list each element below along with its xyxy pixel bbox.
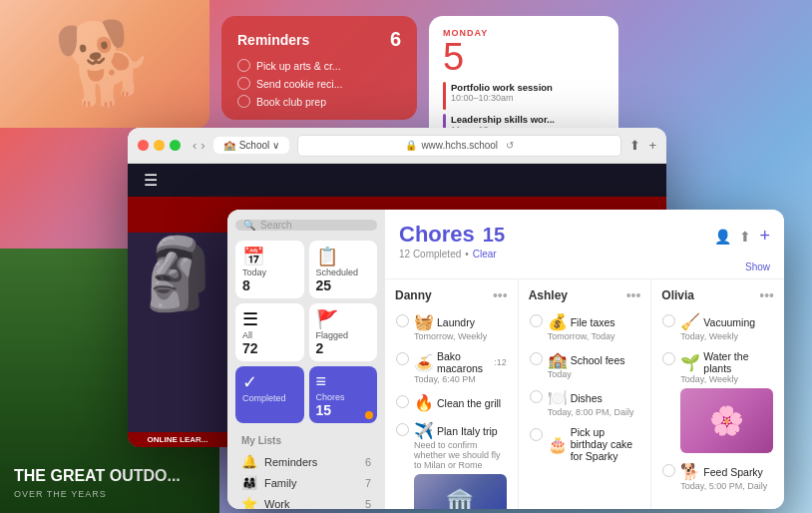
task-plants[interactable]: 🌱 Water the plants Today, Weekly 🌸 xyxy=(659,347,776,456)
list-item-reminders[interactable]: 🔔 Reminders 6 xyxy=(227,451,385,472)
task-check-bako[interactable] xyxy=(396,352,409,365)
task-dishes[interactable]: 🍽️ Dishes Today, 8:00 PM, Daily xyxy=(527,385,643,420)
all-count: 72 xyxy=(242,340,297,356)
plants-title: Water the plants xyxy=(703,350,773,374)
completed-label: Completed xyxy=(242,393,297,403)
hamburger-icon[interactable]: ☰ xyxy=(144,171,158,190)
ashley-name: Ashley xyxy=(529,288,568,302)
flagged-count: 2 xyxy=(316,340,371,356)
task-check-sparky[interactable] xyxy=(662,464,675,477)
add-tab-icon[interactable]: + xyxy=(648,138,656,153)
smart-list-all[interactable]: ☰ All 72 xyxy=(235,303,304,361)
main-header: Chores 15 12 Completed • Clear 👤 ⬆ + Sh xyxy=(385,210,784,279)
list-item-work[interactable]: ⭐ Work 5 xyxy=(227,493,385,509)
list-item-family[interactable]: 👨‍👩‍👧 Family 7 xyxy=(227,472,385,493)
smart-list-scheduled[interactable]: 📋 Scheduled 25 xyxy=(309,241,378,298)
maximize-dot[interactable] xyxy=(170,140,181,151)
task-check-birthday[interactable] xyxy=(530,428,543,441)
task-check-grill[interactable] xyxy=(396,395,409,408)
task-columns: Danny ••• 🧺 Laundry Tomorrow, Weekly xyxy=(385,279,784,509)
danny-dots[interactable]: ••• xyxy=(493,287,508,303)
task-check-laundry[interactable] xyxy=(396,314,409,327)
task-taxes[interactable]: 💰 File taxes Tomorrow, Today xyxy=(527,309,643,344)
task-check-dishes[interactable] xyxy=(530,390,543,403)
cal-event-1-title: Portfolio work session xyxy=(451,82,553,93)
task-check-italy[interactable] xyxy=(396,423,409,436)
app-main-content: Chores 15 12 Completed • Clear 👤 ⬆ + Sh xyxy=(385,210,784,509)
smart-list-completed[interactable]: ✓ Completed xyxy=(235,366,304,423)
ashley-dots[interactable]: ••• xyxy=(626,287,641,303)
reminder-item-2: Send cookie reci... xyxy=(237,77,401,90)
column-olivia: Olivia ••• 🧹 Vacuuming Today, Weekly xyxy=(651,279,784,509)
plants-sub: Today, Weekly xyxy=(680,374,773,384)
italy-sub: Need to confirm whether we should fly to… xyxy=(414,440,507,470)
task-bako[interactable]: 🍝 Bako macarons :12 Today, 6:40 PM xyxy=(393,347,510,387)
smart-list-today[interactable]: 📅 Today 8 xyxy=(235,241,304,298)
column-danny: Danny ••• 🧺 Laundry Tomorrow, Weekly xyxy=(385,279,519,509)
cal-day-number: 5 xyxy=(443,38,605,76)
grill-icon: 🔥 xyxy=(414,393,434,412)
vacuuming-sub: Today, Weekly xyxy=(680,331,755,341)
back-button[interactable]: ‹ xyxy=(193,138,197,153)
reminder-text-1: Pick up arts & cr... xyxy=(256,60,341,72)
scheduled-label: Scheduled xyxy=(316,267,371,277)
address-bar[interactable]: 🔒 www.hchs.school ↺ xyxy=(297,135,621,157)
taxes-title: File taxes xyxy=(571,316,615,328)
today-count: 8 xyxy=(242,277,297,293)
forward-button[interactable]: › xyxy=(201,138,204,153)
task-fees[interactable]: 🏫 School fees Today xyxy=(527,347,643,382)
cal-event-1: Portfolio work session 10:00–10:30am xyxy=(443,82,605,110)
task-laundry[interactable]: 🧺 Laundry Tomorrow, Weekly xyxy=(393,309,510,344)
task-check-fees[interactable] xyxy=(530,352,543,365)
person-icon[interactable]: 👤 xyxy=(714,229,731,245)
fees-sub: Today xyxy=(548,369,625,379)
smart-list-chores[interactable]: ≡ Chores 15 xyxy=(309,366,378,423)
school-tab[interactable]: 🏫dannySchool ∨ xyxy=(213,137,289,154)
reminders-list-label: Reminders xyxy=(264,456,358,468)
share-icon[interactable]: ⬆ xyxy=(739,229,751,245)
clear-button[interactable]: Clear xyxy=(473,249,497,259)
olivia-dots[interactable]: ••• xyxy=(759,287,774,303)
task-check-vacuuming[interactable] xyxy=(662,314,675,327)
family-list-label: Family xyxy=(264,477,358,489)
sparky-title: Feed Sparky xyxy=(703,466,763,478)
task-check-taxes[interactable] xyxy=(530,314,543,327)
task-check-plants[interactable] xyxy=(662,352,675,365)
task-birthday[interactable]: 🎂 Pick up birthday cake for Sparky xyxy=(527,423,643,465)
task-grill[interactable]: 🔥 Clean the grill xyxy=(393,390,510,415)
outdoors-title: THE GREAT OUTDO... xyxy=(14,467,205,485)
plants-icon: 🌱 xyxy=(680,353,700,372)
dishes-icon: 🍽️ xyxy=(548,388,568,407)
share-icon[interactable]: ⬆ xyxy=(629,138,640,153)
search-bar[interactable]: 🔍 Search xyxy=(235,220,377,231)
reminder-item-1: Pick up arts & cr... xyxy=(237,59,401,72)
reload-icon[interactable]: ↺ xyxy=(506,140,514,151)
close-dot[interactable] xyxy=(138,140,149,151)
reminders-app-window: 🔍 Search 📅 Today 8 📋 Scheduled 25 ☰ All … xyxy=(227,210,784,509)
minimize-dot[interactable] xyxy=(154,140,165,151)
vacuuming-title: Vacuuming xyxy=(703,316,755,328)
danny-name: Danny xyxy=(395,288,432,302)
reminders-widget-title: Reminders xyxy=(237,32,309,48)
laundry-icon: 🧺 xyxy=(414,312,434,331)
cal-event-1-time: 10:00–10:30am xyxy=(451,93,553,103)
task-sparky[interactable]: 🐕 Feed Sparky Today, 5:00 PM, Daily xyxy=(659,459,776,494)
reminders-widget: Reminders 6 Pick up arts & cr... Send co… xyxy=(221,16,417,120)
birthday-icon: 🎂 xyxy=(548,435,568,454)
task-vacuuming[interactable]: 🧹 Vacuuming Today, Weekly xyxy=(659,309,776,344)
outdoors-subtitle: OVER THE YEARS xyxy=(14,489,205,499)
laundry-title: Laundry xyxy=(437,316,475,328)
main-title: Chores xyxy=(399,222,475,248)
search-placeholder: Search xyxy=(260,220,292,231)
flowers-image: 🌸 xyxy=(680,388,773,453)
add-task-icon[interactable]: + xyxy=(759,226,770,247)
column-olivia-header: Olivia ••• xyxy=(659,285,776,309)
reminders-list-count: 6 xyxy=(365,456,371,468)
task-italy[interactable]: ✈️ Plan Italy trip Need to confirm wheth… xyxy=(393,418,510,509)
chores-count: 15 xyxy=(316,402,371,418)
show-button[interactable]: Show xyxy=(745,261,770,272)
flagged-label: Flagged xyxy=(316,330,371,340)
taxes-icon: 💰 xyxy=(548,312,568,331)
smart-list-flagged[interactable]: 🚩 Flagged 2 xyxy=(309,303,378,361)
bako-sub: Today, 6:40 PM xyxy=(414,374,507,384)
